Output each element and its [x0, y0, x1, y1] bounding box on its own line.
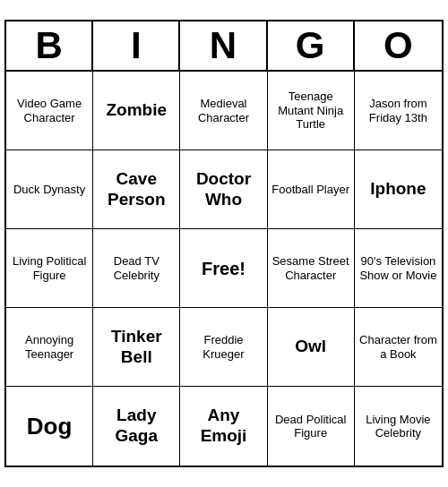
header-letter-n: N [180, 21, 267, 70]
bingo-cell-14: 90's Television Show or Movie [355, 229, 442, 308]
bingo-cell-15: Annoying Teenager [6, 308, 93, 387]
bingo-cell-24: Living Movie Celebrity [355, 387, 442, 466]
header-letter-b: B [6, 21, 93, 70]
bingo-cell-4: Jason from Friday 13th [355, 72, 442, 150]
bingo-cell-10: Living Political Figure [6, 229, 93, 308]
bingo-cell-11: Dead TV Celebrity [93, 229, 180, 308]
bingo-cell-1: Zombie [93, 72, 180, 150]
bingo-cell-9: Iphone [355, 150, 442, 229]
bingo-cell-3: Teenage Mutant Ninja Turtle [268, 72, 355, 150]
bingo-header: BINGO [6, 21, 442, 72]
bingo-cell-17: Freddie Krueger [180, 308, 267, 387]
header-letter-o: O [355, 21, 442, 70]
bingo-cell-0: Video Game Character [6, 72, 93, 150]
bingo-cell-18: Owl [268, 308, 355, 387]
bingo-cell-23: Dead Political Figure [268, 387, 355, 466]
bingo-cell-13: Sesame Street Character [268, 229, 355, 308]
bingo-grid: Video Game CharacterZombieMedieval Chara… [6, 72, 442, 466]
bingo-cell-19: Character from a Book [355, 308, 442, 387]
bingo-cell-21: Lady Gaga [93, 387, 180, 466]
bingo-card: BINGO Video Game CharacterZombieMedieval… [4, 20, 444, 467]
header-letter-g: G [268, 21, 355, 70]
bingo-cell-5: Duck Dynasty [6, 150, 93, 229]
bingo-cell-16: Tinker Bell [93, 308, 180, 387]
bingo-cell-2: Medieval Character [180, 72, 267, 150]
header-letter-i: I [93, 21, 180, 70]
bingo-cell-7: Doctor Who [180, 150, 267, 229]
bingo-cell-22: Any Emoji [180, 387, 267, 466]
bingo-cell-20: Dog [6, 387, 93, 466]
bingo-cell-6: Cave Person [93, 150, 180, 229]
bingo-cell-8: Football Player [268, 150, 355, 229]
bingo-cell-12: Free! [180, 229, 267, 308]
